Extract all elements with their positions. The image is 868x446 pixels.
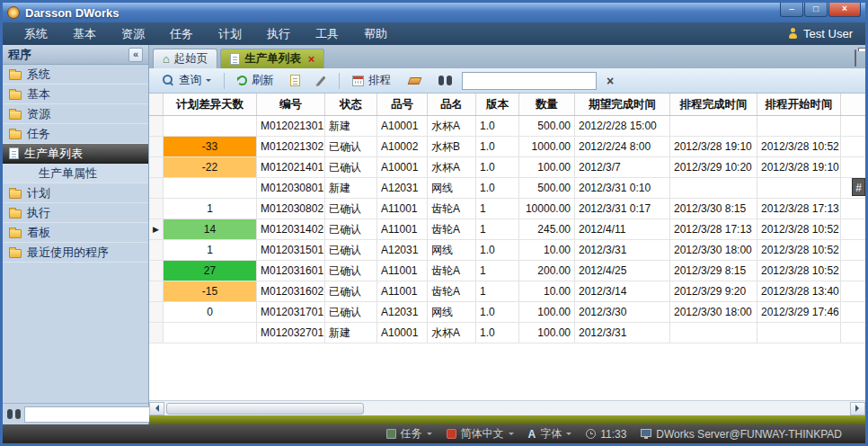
edit-button[interactable] [310,71,332,91]
scrollbar-thumb[interactable] [166,403,364,415]
cell-filler [841,137,865,157]
cell-no: M012030801 [257,178,325,199]
sidebar-item[interactable]: 系统 [3,65,148,85]
column-header[interactable]: 计划差异天数 [164,94,257,115]
sidebar-item[interactable]: 基本 [3,85,148,104]
toolbar-search-input[interactable] [462,72,597,90]
menu-item[interactable]: 资源 [109,22,157,45]
query-button[interactable]: 查询 [156,71,217,91]
minimize-button[interactable]: – [780,3,803,17]
cell-qty: 1000.00 [519,137,575,157]
row-indicator-cell [149,137,164,157]
menu-item[interactable]: 任务 [157,22,206,45]
sidebar-item[interactable]: 计划 [3,183,148,203]
column-header[interactable]: 版本 [476,94,519,115]
table-row[interactable]: M012032701新建A10001水杯A1.0100.002012/3/31 [149,323,865,343]
find-button[interactable] [432,71,458,91]
cell-item_name: 水杯A [428,323,476,343]
folder-icon [9,190,22,199]
tab-close-icon[interactable]: × [308,53,315,65]
cell-qty: 100.00 [519,302,575,323]
column-header[interactable]: 排程开始时间 [757,94,841,115]
cell-qty: 200.00 [519,261,575,281]
tab-home[interactable]: ⌂ 起始页 [153,49,217,68]
cell-item_no: A10002 [377,137,428,157]
sidebar-item-label: 基本 [27,86,50,103]
table-row[interactable]: 1M012030802已确认A11001齿轮A110000.002012/3/3… [149,199,865,219]
user-box[interactable]: Test User [787,27,856,40]
clear-search-button[interactable]: × [600,71,620,91]
column-header[interactable]: 排程完成时间 [670,94,757,115]
menu-item[interactable]: 系统 [12,22,60,45]
cell-version: 1.0 [476,240,519,261]
maximize-button[interactable]: □ [804,3,828,17]
cell-no: M012031501 [257,240,325,261]
cell-sched_start: 2012/3/28 10:52 [757,219,841,240]
table-row[interactable]: 1M012031501已确认A12031网线1.010.002012/3/312… [149,240,865,261]
row-indicator-header [149,94,164,115]
column-header[interactable]: 品号 [377,94,428,115]
sidebar-item[interactable]: 任务 [3,124,148,144]
font-icon: A [528,428,536,441]
menu-item[interactable]: 基本 [60,22,109,45]
column-header[interactable]: 编号 [257,94,325,115]
column-header[interactable]: 期望完成时间 [575,94,670,115]
cell-status: 已确认 [325,157,377,178]
status-server-label: DWorks Server@FUNWAY-THINKPAD [656,428,842,441]
status-font-menu[interactable]: A 字体 [528,426,572,442]
schedule-button[interactable]: 排程 [346,71,397,91]
cell-item_name: 网线 [428,240,476,261]
table-row[interactable]: -15M012031602已确认A11001齿轮A110.002012/3/14… [149,281,865,302]
table-row[interactable]: M012030801新建A12031网线1.0500.002012/3/31 0… [149,178,865,199]
column-header[interactable]: 数量 [519,94,575,115]
menu-item[interactable]: 计划 [206,22,254,45]
table-row[interactable]: 27M012031601已确认A11001齿轮A1200.002012/4/25… [149,261,865,281]
sidebar-item[interactable]: 看板 [3,223,148,243]
cell-item_no: A11001 [377,219,428,240]
row-indicator-cell [149,178,164,199]
menu-item[interactable]: 工具 [303,22,351,45]
cell-item_no: A10001 [377,323,428,343]
close-button[interactable]: × [828,3,861,17]
sidebar-item-label: 资源 [27,106,50,122]
status-server: DWorks Server@FUNWAY-THINKPAD [641,428,842,441]
refresh-button[interactable]: 刷新 [231,71,280,91]
cell-qty: 10.00 [519,240,575,261]
printer-icon[interactable] [855,49,856,67]
sidebar-item[interactable]: 生产单列表 [3,144,148,164]
new-button[interactable] [284,71,306,91]
eraser-button[interactable] [401,71,429,91]
sidebar-collapse-button[interactable]: « [128,48,143,62]
cell-filler [841,261,865,281]
scroll-left-button[interactable] [149,402,164,415]
table-row[interactable]: -22M012021401已确认A10001水杯A1.0100.002012/3… [149,157,865,178]
status-language-menu[interactable]: 简体中文 [447,426,514,442]
tab-production-order-list[interactable]: 生产单列表 × [220,49,324,68]
scrollbar-track[interactable] [164,402,850,415]
table-row[interactable]: M012021301新建A10001水杯A1.0500.002012/2/28 … [149,116,865,137]
hash-marker[interactable]: # [852,178,865,196]
sidebar-item[interactable]: 最近使用的程序 [3,243,148,263]
cell-diff-days: -15 [164,281,257,302]
column-header[interactable]: 品名 [428,94,476,115]
task-icon [386,429,396,439]
menu-item[interactable]: 执行 [254,22,303,45]
cell-sched_end [670,116,757,137]
cell-sched_end: 2012/3/29 10:20 [670,157,757,178]
status-task-menu[interactable]: 任务 [386,426,432,442]
table-row[interactable]: 0M012031701已确认A12031网线1.0100.002012/3/30… [149,302,865,323]
cell-item_no: A11001 [377,199,428,219]
column-header[interactable]: 状态 [325,94,377,115]
grid-body: M012021301新建A10001水杯A1.0500.002012/2/28 … [149,116,865,343]
cell-sched_start: 2012/3/29 17:46 [757,302,841,323]
table-row[interactable]: -33M012021302已确认A10002水杯B1.01000.002012/… [149,137,865,157]
menu-item[interactable]: 帮助 [351,22,400,45]
scroll-right-button[interactable] [850,402,865,415]
sidebar-item[interactable]: 生产单属性 [3,164,148,183]
titlebar[interactable]: Darsson DWorks – □ × [3,3,865,22]
table-row[interactable]: ▶14M012031402已确认A11001齿轮A1245.002012/4/1… [149,219,865,240]
sidebar-item[interactable]: 执行 [3,203,148,223]
cell-diff-days: 1 [164,240,257,261]
sidebar-item[interactable]: 资源 [3,104,148,124]
cell-status: 已确认 [325,240,377,261]
